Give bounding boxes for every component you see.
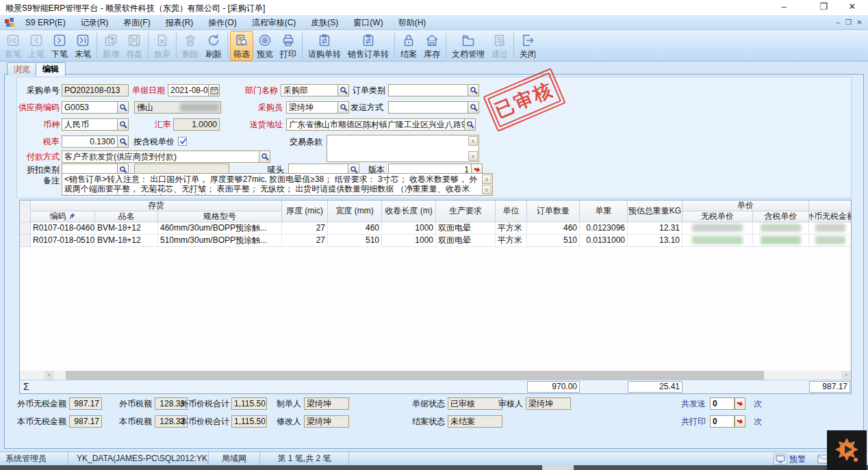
row-selector[interactable]	[20, 235, 31, 247]
scroll-left-arrow[interactable]: ‹	[44, 371, 54, 380]
doc-date-field[interactable]: 2021-08-04	[168, 84, 220, 96]
exchange-rate-field[interactable]: 1.0000	[173, 118, 220, 131]
payment-method-lookup-button[interactable]	[259, 151, 270, 162]
delivery-address-field[interactable]: 广东省佛山市顺德区陈村镇广隆工业区兴业八路9号之一	[286, 118, 476, 131]
toolbar-button-preview[interactable]: 预览	[253, 31, 277, 61]
cell-length[interactable]: 1000	[382, 235, 436, 247]
col-header-length[interactable]: 收卷长度 (m)	[382, 200, 436, 222]
mdi-restore-button[interactable]: ❐	[843, 17, 854, 27]
order-type-field[interactable]	[388, 84, 479, 96]
col-header-thickness[interactable]: 厚度 (mic)	[282, 200, 328, 222]
col-header-code[interactable]: 编码	[31, 211, 95, 222]
tax-rate-field[interactable]: 0.1300	[62, 135, 129, 148]
cell-unit_weight[interactable]: 0.0131000	[580, 235, 628, 247]
cell-qty[interactable]: 460	[527, 222, 580, 235]
menu-item-操作[interactable]: 操作(O)	[201, 15, 244, 30]
menu-item-流程审核[interactable]: 流程审核(C)	[244, 15, 304, 30]
toolbar-button-transfer-sales[interactable]: 销售订单转	[344, 31, 392, 61]
cell-prod_req[interactable]: 双面电晕	[436, 235, 496, 247]
cell-spec[interactable]: 510mm/30um/BOPP预涂触...	[158, 235, 282, 247]
mdi-minimize-button[interactable]: –	[833, 17, 843, 27]
print-count-spinner-button[interactable]	[735, 415, 745, 428]
supplier-name-field[interactable]: 佛山	[134, 101, 221, 114]
menu-item-窗口[interactable]: 窗口(W)	[346, 15, 390, 30]
toolbar-button-save[interactable]: 存盘	[123, 31, 146, 61]
po-no-field[interactable]: PO202108-013	[62, 84, 129, 96]
cell-unit_weight[interactable]: 0.0123096	[580, 222, 628, 235]
tab-browse[interactable]: 浏览	[7, 62, 37, 75]
cell-width[interactable]: 510	[328, 235, 382, 247]
cell-unit[interactable]: 平方米	[496, 235, 527, 247]
toolbar-button-transfer-request[interactable]: 请购单转	[305, 31, 344, 61]
col-header-spec[interactable]: 规格型号	[158, 211, 282, 222]
scroll-down-icon[interactable]: ∨	[468, 151, 478, 161]
cell-length[interactable]: 1000	[382, 222, 436, 235]
cell-amount_excl[interactable]	[809, 235, 852, 247]
supplier-code-lookup-button[interactable]	[117, 102, 128, 113]
menu-item-记录[interactable]: 记录(R)	[73, 15, 116, 30]
tab-edit[interactable]: 编辑	[36, 62, 66, 76]
cell-name[interactable]: BVM-18+12	[95, 235, 158, 247]
col-header-est_weight[interactable]: 预估总重量KG	[628, 200, 682, 222]
tax-rate-lookup-button[interactable]	[117, 136, 128, 147]
ship-method-field[interactable]	[388, 101, 479, 114]
toolbar-button-close-case[interactable]: 结案	[397, 31, 420, 61]
col-header-price_excl[interactable]: 无税单价	[682, 211, 753, 222]
alert-button[interactable]: 预警	[774, 453, 806, 465]
cell-thickness[interactable]: 27	[282, 222, 328, 235]
toolbar-button-discard[interactable]: 放弃	[151, 31, 174, 61]
toolbar-button-print[interactable]: 打印	[277, 31, 300, 61]
mdi-close-button[interactable]: ✕	[854, 17, 865, 27]
cell-price_excl[interactable]	[682, 222, 753, 235]
cell-amount_excl[interactable]	[809, 222, 852, 235]
trade-terms-field[interactable]: ∧ ∨	[327, 135, 479, 162]
toolbar-button-prev-record[interactable]: 上笔	[25, 31, 48, 61]
toolbar-button-last-record[interactable]: 末笔	[71, 31, 94, 61]
cell-width[interactable]: 460	[328, 222, 382, 235]
sent-count-field[interactable]: 0	[710, 397, 735, 410]
cell-thickness[interactable]: 27	[282, 235, 328, 247]
scrollbar-thumb[interactable]	[66, 371, 764, 380]
col-header-qty[interactable]: 订单数量	[527, 200, 580, 222]
cell-est_weight[interactable]: 12.31	[628, 222, 682, 235]
supplier-code-field[interactable]: G0053	[62, 101, 129, 114]
grid-horizontal-scrollbar[interactable]: ‹ ›	[20, 371, 851, 380]
row-selector[interactable]	[20, 222, 31, 235]
toolbar-button-refresh[interactable]: 刷新	[202, 31, 225, 61]
delivery-address-lookup-button[interactable]	[464, 119, 475, 130]
menu-item-报表[interactable]: 报表(R)	[158, 15, 201, 30]
scroll-right-arrow[interactable]: ›	[841, 371, 851, 380]
col-header-unit[interactable]: 单位	[496, 200, 527, 222]
toolbar-button-approve[interactable]: 通过	[488, 31, 511, 61]
remark-field[interactable]: <销售订单>转入注意： 出口国外订单， 厚度要够27mic, 胶面电晕值≥38；…	[62, 173, 493, 196]
cell-price_incl[interactable]	[753, 235, 809, 247]
scroll-up-icon[interactable]: ∧	[468, 136, 478, 146]
sent-count-spinner-button[interactable]	[735, 397, 745, 410]
col-header-price_incl[interactable]: 含税单价	[753, 211, 809, 222]
print-count-field[interactable]: 0	[710, 415, 735, 428]
payment-method-field[interactable]: 客户齐款发货(供应商货到付款)	[62, 151, 270, 163]
toolbar-button-first-record[interactable]: 首笔	[1, 31, 25, 61]
toolbar-button-filter[interactable]: 筛选	[230, 31, 253, 61]
ship-method-lookup-button[interactable]	[468, 102, 478, 113]
buyer-field[interactable]: 梁绮坤	[286, 101, 349, 114]
order-type-lookup-button[interactable]	[468, 85, 478, 96]
scroll-down-icon[interactable]: ∨	[482, 185, 492, 194]
col-header-width[interactable]: 宽度 (mm)	[328, 200, 382, 222]
dept-lookup-button[interactable]	[337, 85, 348, 96]
toolbar-button-inventory[interactable]: 库存	[420, 31, 444, 61]
col-header-name[interactable]: 品名	[95, 211, 158, 222]
cell-name[interactable]: BVM-18+12	[95, 222, 158, 235]
maximize-button[interactable]: ❐	[812, 0, 835, 14]
doc-date-calendar-button[interactable]	[208, 85, 219, 96]
currency-lookup-button[interactable]	[117, 119, 128, 130]
toolbar-button-delete[interactable]: 删除	[179, 31, 202, 61]
cell-code[interactable]: R0107-018-0510-...	[31, 235, 95, 247]
minimize-button[interactable]: –	[772, 0, 795, 14]
dept-field[interactable]: 采购部	[281, 84, 349, 96]
cell-prod_req[interactable]: 双面电晕	[436, 222, 496, 235]
toolbar-button-document-manage[interactable]: 文档管理	[448, 31, 488, 61]
cell-est_weight[interactable]: 13.10	[628, 235, 682, 247]
col-header-amount_excl[interactable]: 外币无税金额	[809, 211, 852, 222]
col-header-prod_req[interactable]: 生产要求	[436, 200, 496, 222]
